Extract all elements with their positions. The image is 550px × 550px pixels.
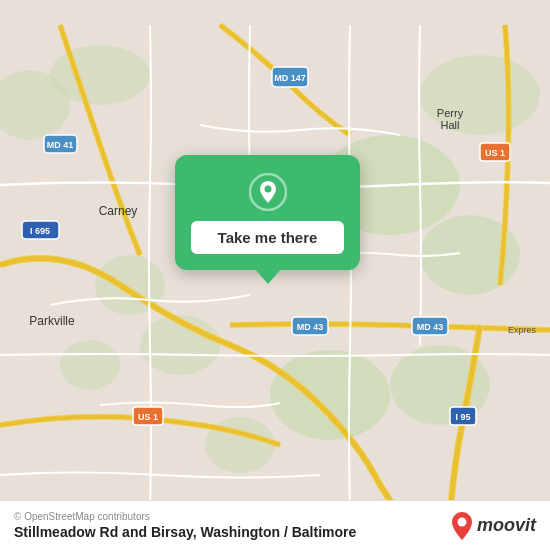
svg-point-34 xyxy=(264,186,271,193)
svg-text:Carney: Carney xyxy=(99,204,138,218)
copyright-text: © OpenStreetMap contributors xyxy=(14,511,356,522)
svg-text:US 1: US 1 xyxy=(485,148,505,158)
moovit-pin-icon xyxy=(451,512,473,540)
svg-point-11 xyxy=(420,55,540,135)
moovit-logo: moovit xyxy=(451,512,536,540)
moovit-brand-text: moovit xyxy=(477,515,536,536)
svg-text:Hall: Hall xyxy=(441,119,460,131)
svg-text:US 1: US 1 xyxy=(138,412,158,422)
svg-text:Perry: Perry xyxy=(437,107,464,119)
svg-text:MD 41: MD 41 xyxy=(47,140,74,150)
svg-point-6 xyxy=(60,340,120,390)
svg-point-10 xyxy=(50,45,150,105)
svg-text:Expres: Expres xyxy=(508,325,537,335)
svg-text:MD 43: MD 43 xyxy=(297,322,324,332)
bottom-bar: © OpenStreetMap contributors Stillmeadow… xyxy=(0,500,550,550)
svg-point-35 xyxy=(457,517,466,526)
svg-text:I 95: I 95 xyxy=(455,412,470,422)
svg-text:MD 147: MD 147 xyxy=(274,73,306,83)
take-me-there-button[interactable]: Take me there xyxy=(191,221,344,254)
map-container: MD 147 MD 41 I 695 MD 43 MD 43 US 1 US 1… xyxy=(0,0,550,550)
svg-text:Parkville: Parkville xyxy=(29,314,75,328)
svg-text:I 695: I 695 xyxy=(30,226,50,236)
bottom-left-info: © OpenStreetMap contributors Stillmeadow… xyxy=(14,511,356,540)
svg-text:MD 43: MD 43 xyxy=(417,322,444,332)
svg-point-3 xyxy=(270,350,390,440)
popup-card: Take me there xyxy=(175,155,360,270)
location-pin-icon xyxy=(249,173,287,211)
location-name: Stillmeadow Rd and Birsay, Washington / … xyxy=(14,524,356,540)
